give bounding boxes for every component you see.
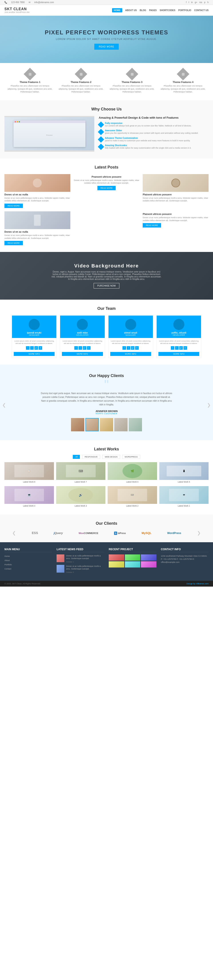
work-label-4: Latest Work 4 [5,504,54,508]
team-avatar-2 [77,319,88,330]
social-f-icon[interactable]: f [26,346,30,350]
footer-project-4[interactable] [109,561,124,568]
footer-project-6[interactable] [141,561,156,568]
footer-news-text-1: Donec ut ac nulla pellentesque morbi a a… [66,554,104,563]
social-google[interactable]: g+ [195,1,197,3]
footer-project-2[interactable] [125,554,140,561]
footer-link-contact[interactable]: Contact [5,568,11,570]
video-bg-btn[interactable]: PURCHASE NOW [94,283,119,288]
footer-project-3[interactable] [141,554,156,561]
filter-responsive[interactable]: RESPONSIVE [82,455,100,459]
social-rss[interactable]: rss [199,1,202,3]
latest-works-section: Latest Works All RESPONSIVE WEB DESIGN W… [0,440,213,514]
work-thumb-3: 🔊 [56,486,106,504]
our-clients-section: Our Clients ❮ ESS jQuery WooCOMMERCE b b… [0,514,213,542]
filter-webdesign[interactable]: WEB DESIGN [102,455,120,459]
nav-home[interactable]: HOME [112,8,122,13]
topbar-left: 📞 123 456 7890 ✉ info@sitename.com [5,1,57,3]
footer-link-about[interactable]: About [5,559,10,562]
nav-about[interactable]: ABOUT US [125,9,137,11]
work-label-7: Latest Work 7 [56,480,106,484]
testimonial-next[interactable]: ❯ [207,402,211,407]
post-title-6: Plaisent ultrices posuere [143,213,208,215]
team-name-4: yoflic, oliuoli [159,331,199,334]
work-label-6: Latest Work 6 [108,480,157,484]
social-f-icon-2[interactable]: f [74,346,78,350]
footer-project-1[interactable] [109,554,124,561]
team-more-btn-3[interactable]: MORE INFO [110,352,151,356]
work-item-6: 🌿 Latest Work 6 [108,462,157,484]
feature-4-label: Theme Features 4 [161,81,205,83]
team-bio-4: Lorem ipsum dolor sit amet consectetur a… [158,340,199,345]
social-f-icon-3[interactable]: f [122,346,126,350]
footer-link-portfolio[interactable]: Portfolio [5,563,12,566]
footer-project-5[interactable] [125,561,140,568]
testimonial-prev[interactable]: ❮ [2,402,6,407]
footer-link-home[interactable]: Home [5,555,10,557]
feature-4-text: Phasellus nec arcu ullamcorper orci temp… [161,84,205,94]
social-pinterest[interactable]: p [204,1,205,3]
clients-next[interactable]: ❯ [197,530,201,536]
social-g-icon[interactable]: g+ [34,346,38,350]
email-icon: ✉ [29,1,30,3]
design-link[interactable]: Design by Vlthemes.com [186,582,208,585]
post-readmore-6[interactable]: READ MORE [143,223,161,228]
social-g-icon-4[interactable]: g+ [179,346,183,350]
social-in-icon[interactable]: in [39,346,42,350]
nav-blog[interactable]: BLOG [140,9,146,11]
social-in-icon-4[interactable]: in [183,346,187,350]
team-header-2: solil mbo DEVELOPER [60,316,105,338]
footer-address: 1234 southstreet Parkway Mountain View C… [161,554,208,564]
post-readmore-center[interactable]: READ MORE [97,186,116,190]
social-in-icon-3[interactable]: in [135,346,139,350]
work-item-2: ⌨ Latest Work 2 [108,486,157,508]
nav-pages[interactable]: PAGES [149,9,157,11]
nav-shortcodes[interactable]: SHORTCODES [160,9,175,11]
team-more-btn-2[interactable]: MORE INFO [62,352,103,356]
social-t-icon[interactable]: t [30,346,34,350]
testimonial-photo-4[interactable] [114,418,127,431]
site-tagline: Just another WordPress site [5,11,30,13]
logo-area: SKT CLEAN Just another WordPress site [5,7,30,13]
footer-news-desc-1: Donec ut ac nulla pellentesque morbi a a… [66,554,104,560]
testimonial-photo-3[interactable] [100,418,113,431]
post-title-center: Praesent ultrices posuere [74,175,140,178]
work-thumb-5: 📱 [159,462,209,480]
social-facebook[interactable]: f [186,1,187,3]
work-label-8: Latest Work 8 [5,480,54,484]
social-in-icon-2[interactable]: in [87,346,91,350]
feature-2: ⊞ Theme Features 2 Phasellus nec arcu ul… [59,70,103,94]
social-f-icon-4[interactable]: f [171,346,175,350]
social-g-icon-2[interactable]: g+ [83,346,86,350]
footer-bottom: © 2025. SKT Clean. All Rights Reserved. … [0,581,213,587]
filter-wordpress[interactable]: WORDPRESS [122,455,140,459]
testimonial-photo-1[interactable] [71,418,84,431]
topbar: 📞 123 456 7890 ✉ info@sitename.com f t i… [0,0,213,5]
post-text-3: Donec ut ac nunc pellentesque morbi a ar… [143,197,208,202]
why-icon-4 [98,144,104,150]
why-item-3: Advance Theme Customization panel to mak… [99,137,208,142]
team-grid: ipondi enuki DESIGNER Lorem ipsum dolor … [5,315,208,358]
social-home[interactable]: h [207,1,208,3]
team-role-4: DEVELOPER [159,334,199,336]
work-label-5: Latest Work 5 [159,480,209,484]
testimonial-photo-5[interactable] [129,418,142,431]
clients-prev[interactable]: ❮ [12,530,16,536]
team-more-btn-4[interactable]: MORE INFO [158,352,199,356]
team-more-btn-1[interactable]: MORE INFO [14,352,55,356]
social-twitter[interactable]: t [189,1,189,3]
social-t-icon-3[interactable]: t [127,346,130,350]
post-readmore-4[interactable]: READ MORE [5,241,23,245]
nav-portfolio[interactable]: PORTFOLIO [178,9,191,11]
social-t-icon-4[interactable]: t [175,346,179,350]
filter-all[interactable]: All [73,455,80,459]
testimonial-photo-2[interactable] [86,418,99,431]
nav-contact[interactable]: CONTACT US [194,9,208,11]
post-readmore-1[interactable]: READ MORE [5,204,23,208]
social-t-icon-2[interactable]: t [78,346,82,350]
social-g-icon-3[interactable]: g+ [131,346,135,350]
work-item-1: 💻 Latest Work 1 [159,486,209,508]
feature-3-text: Phasellus nec arcu ullamcorper orci temp… [110,84,154,94]
social-linkedin[interactable]: in [191,1,193,3]
hero-cta-button[interactable]: READ MORE [94,44,119,50]
